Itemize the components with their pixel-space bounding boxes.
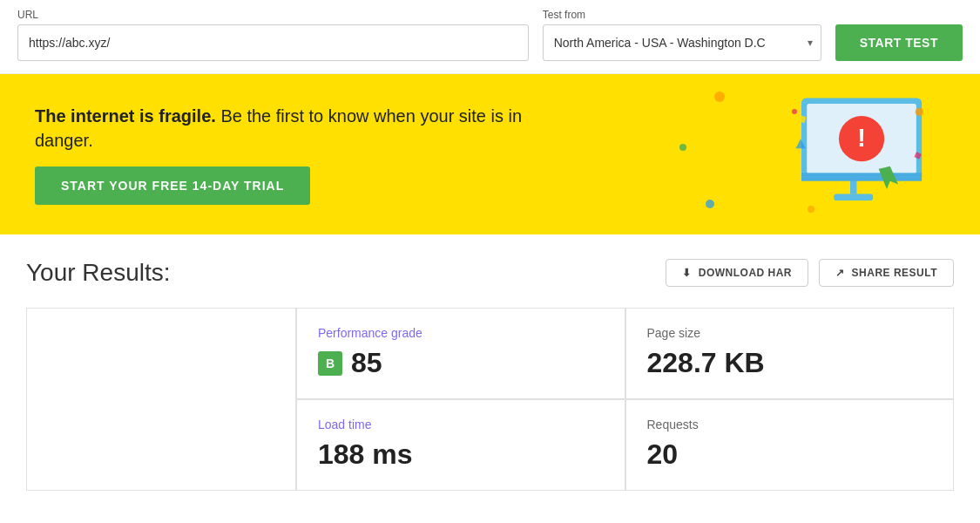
loadtime-value: 188 ms bbox=[318, 438, 604, 471]
location-select[interactable]: North America - USA - Washington D.CEuro… bbox=[543, 24, 821, 61]
svg-rect-3 bbox=[850, 180, 856, 194]
requests-value: 20 bbox=[647, 438, 933, 471]
metric-card-pagesize: Page size 228.7 KB bbox=[625, 308, 955, 399]
share-result-label: SHARE RESULT bbox=[852, 267, 937, 279]
start-test-button[interactable]: START TEST bbox=[835, 24, 963, 61]
banner-content: The internet is fragile. Be the first to… bbox=[35, 104, 558, 205]
grade-badge: B bbox=[318, 351, 342, 376]
metrics-container: Performance grade B 85 Page size 228.7 K… bbox=[26, 308, 954, 491]
location-select-wrapper: North America - USA - Washington D.CEuro… bbox=[543, 24, 821, 61]
metrics-grid: Performance grade B 85 Page size 228.7 K… bbox=[296, 308, 954, 491]
pagesize-label: Page size bbox=[647, 326, 933, 340]
share-result-button[interactable]: ↗ SHARE RESULT bbox=[819, 259, 954, 287]
download-har-button[interactable]: ⬇ DOWNLOAD HAR bbox=[666, 259, 808, 287]
results-actions: ⬇ DOWNLOAD HAR ↗ SHARE RESULT bbox=[666, 259, 954, 287]
trial-cta-button[interactable]: START YOUR FREE 14-DAY TRIAL bbox=[35, 166, 310, 205]
pagesize-value: 228.7 KB bbox=[647, 347, 933, 379]
test-from-label: Test from bbox=[543, 9, 821, 21]
banner-text: The internet is fragile. Be the first to… bbox=[35, 104, 558, 153]
promo-banner: The internet is fragile. Be the first to… bbox=[0, 74, 980, 234]
monitor-illustration: ! bbox=[788, 92, 945, 217]
svg-rect-4 bbox=[834, 194, 873, 200]
monitor-svg: ! bbox=[788, 92, 936, 214]
share-icon: ↗ bbox=[835, 267, 845, 279]
results-section: Your Results: ⬇ DOWNLOAD HAR ↗ SHARE RES… bbox=[0, 234, 980, 515]
top-bar: URL Test from North America - USA - Wash… bbox=[0, 0, 980, 74]
performance-value: B 85 bbox=[318, 347, 604, 379]
download-har-label: DOWNLOAD HAR bbox=[699, 267, 792, 279]
svg-text:!: ! bbox=[857, 123, 866, 152]
metric-card-requests: Requests 20 bbox=[625, 399, 955, 491]
performance-label: Performance grade bbox=[318, 326, 604, 340]
decorative-dot bbox=[714, 92, 725, 102]
waterfall-chart bbox=[26, 308, 296, 491]
metric-card-loadtime: Load time 188 ms bbox=[296, 399, 625, 491]
svg-rect-5 bbox=[801, 173, 922, 180]
loadtime-label: Load time bbox=[318, 418, 604, 431]
download-icon: ⬇ bbox=[682, 267, 692, 279]
url-group: URL bbox=[17, 9, 529, 61]
decorative-dot bbox=[706, 200, 714, 208]
metric-card-performance: Performance grade B 85 bbox=[296, 308, 625, 399]
test-from-group: Test from North America - USA - Washingt… bbox=[543, 9, 821, 61]
url-input[interactable] bbox=[17, 24, 529, 61]
results-title: Your Results: bbox=[26, 259, 171, 287]
requests-label: Requests bbox=[647, 418, 933, 431]
url-label: URL bbox=[17, 9, 529, 21]
decorative-dot bbox=[679, 144, 686, 151]
results-header: Your Results: ⬇ DOWNLOAD HAR ↗ SHARE RES… bbox=[26, 259, 954, 287]
svg-point-10 bbox=[916, 108, 923, 116]
